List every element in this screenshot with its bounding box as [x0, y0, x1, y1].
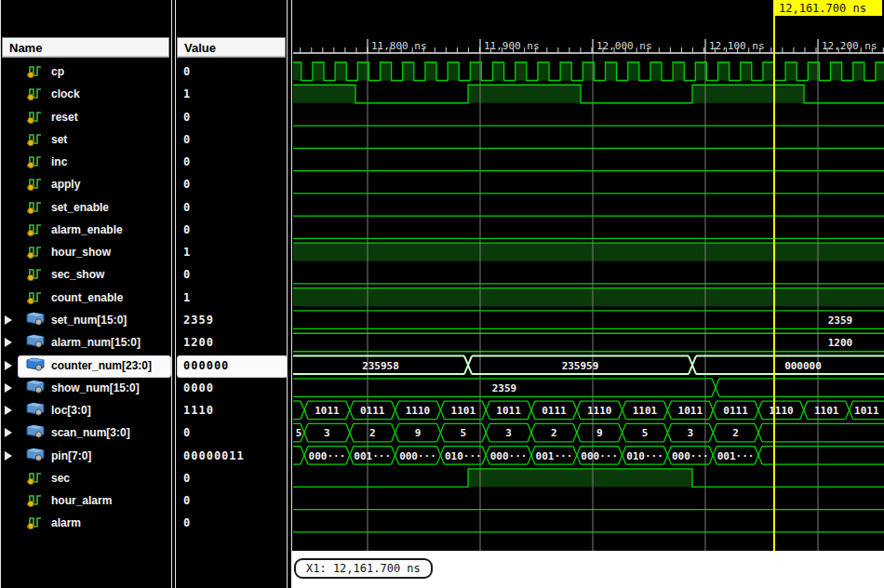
signal-row-set[interactable]: set	[0, 128, 171, 151]
signal-row-set_num-15-0-[interactable]: set_num[15:0]	[0, 309, 171, 331]
value-panel-splitter-right[interactable]	[291, 0, 292, 588]
value-panel-splitter-left[interactable]	[287, 0, 288, 588]
expand-arrow-icon[interactable]	[4, 450, 13, 461]
signal-value-count_enable: 1	[177, 287, 287, 309]
signal-row-count_enable[interactable]: count_enable	[0, 287, 171, 309]
wave-high-fill	[448, 62, 459, 81]
wave-high-fill	[468, 85, 581, 103]
signal-row-sec[interactable]: sec	[0, 467, 171, 489]
name-panel-splitter-right[interactable]	[175, 0, 176, 588]
signal-value: 0	[183, 178, 191, 191]
ruler-tick-label: 12,000 ns	[596, 40, 652, 52]
signal-row-hour_alarm[interactable]: hour_alarm	[0, 489, 171, 512]
scalar-signal-icon	[26, 154, 43, 169]
bus-value-label: 5	[296, 427, 302, 439]
expand-arrow-icon[interactable]	[4, 382, 13, 394]
scalar-signal-icon	[26, 131, 43, 147]
bus-value-label: 9	[596, 427, 603, 439]
bus-value-label: 1101	[633, 405, 658, 417]
signal-row-pin-7-0-[interactable]: pin[7:0]	[0, 445, 171, 467]
signal-name: clock	[51, 87, 80, 100]
signal-value-alarm: 0	[177, 512, 287, 534]
ruler-tick-label: 12,200 ns	[822, 40, 877, 52]
wave-high-fill	[785, 62, 797, 81]
expand-arrow-icon[interactable]	[4, 427, 13, 438]
expand-arrow-icon[interactable]	[4, 360, 13, 371]
wave-high-fill	[293, 62, 301, 81]
waveform-viewer-window: Name Value cp clock reset set inc apply …	[0, 0, 884, 588]
signal-value-cp: 0	[177, 60, 287, 83]
bus-value-label: 1011	[315, 405, 340, 417]
bus-value-label: 1200	[828, 337, 853, 349]
signal-value: 0	[183, 268, 191, 281]
signal-value: 0	[183, 426, 191, 439]
signal-name: alarm_enable	[51, 223, 123, 236]
signal-row-clock[interactable]: clock	[0, 83, 171, 105]
wave-high-fill	[293, 85, 355, 103]
bus-value-label: 000···	[399, 450, 436, 462]
name-panel-splitter-left[interactable]	[171, 0, 172, 588]
signal-row-reset[interactable]: reset	[0, 106, 171, 128]
expand-arrow-icon[interactable]	[4, 337, 13, 348]
wave-high-fill	[381, 62, 392, 81]
signal-row-set_enable[interactable]: set_enable	[0, 196, 171, 219]
wave-high-fill	[560, 62, 571, 81]
name-column-header[interactable]: Name	[2, 37, 169, 58]
expand-arrow-icon[interactable]	[4, 405, 13, 416]
scalar-signal-icon	[26, 86, 43, 101]
bus-value-label: 000···	[672, 450, 709, 462]
bus-value-label: 1110	[406, 405, 431, 417]
scalar-signal-icon	[26, 63, 43, 79]
bus-value-label: 9	[415, 427, 422, 439]
signal-value: 0	[183, 111, 191, 124]
signal-value-set_enable: 0	[177, 196, 287, 219]
signal-name: scan_num[3:0]	[51, 426, 130, 439]
signal-name: set_enable	[51, 201, 109, 214]
signal-row-apply[interactable]: apply	[0, 173, 171, 195]
signal-row-scan_num-3-0-[interactable]: scan_num[3:0]	[0, 421, 171, 444]
cursor-time-label: 12,161.700 ns	[779, 2, 866, 15]
signal-value-apply: 0	[177, 173, 287, 195]
signal-row-counter_num-23-0-[interactable]: counter_num[23:0]	[0, 354, 171, 377]
signal-row-alarm_num-15-0-[interactable]: alarm_num[15:0]	[0, 331, 171, 354]
signal-name: sec_show	[51, 268, 104, 281]
signal-value: 1110	[183, 404, 214, 417]
bus-value-label: 1011	[496, 405, 521, 417]
value-column-header[interactable]: Value	[177, 37, 286, 58]
signal-name: hour_alarm	[51, 494, 112, 507]
wave-high-fill	[763, 62, 774, 81]
waveform-panel[interactable]: 2359120023595823595900000023591011011111…	[293, 0, 884, 588]
wave-high-fill	[673, 62, 684, 81]
signal-row-cp[interactable]: cp	[0, 60, 171, 83]
scalar-signal-icon	[26, 109, 43, 125]
bus-value-label: 235959	[562, 360, 599, 372]
signal-value: 0	[183, 65, 191, 78]
signal-row-sec_show[interactable]: sec_show	[0, 263, 171, 286]
cursor: 12,161.700 ns	[773, 0, 882, 551]
status-bar: X1: 12,161.700 ns	[291, 551, 884, 588]
signal-row-show_num-15-0-[interactable]: show_num[15:0]	[0, 377, 171, 399]
wave-high-fill	[692, 85, 804, 103]
wave-high-fill	[876, 62, 884, 81]
wave-high-fill	[831, 62, 842, 81]
bus-value-label: 5	[460, 427, 466, 439]
expand-arrow-icon[interactable]	[4, 314, 13, 326]
signal-value-sec: 0	[177, 467, 287, 489]
bus-value-label: 3	[687, 427, 693, 439]
signal-row-alarm[interactable]: alarm	[0, 512, 171, 534]
signal-row-hour_show[interactable]: hour_show	[0, 241, 171, 263]
bus-value-label: 1101	[451, 405, 476, 417]
signal-value: 2359	[183, 314, 214, 327]
scalar-signal-icon	[26, 289, 43, 305]
bus-signal-icon	[26, 424, 45, 438]
signal-row-inc[interactable]: inc	[0, 151, 171, 173]
signal-name: sec	[51, 472, 70, 485]
signal-name: reset	[51, 111, 78, 124]
scalar-signal-icon	[26, 221, 43, 237]
signal-value-pin-7-0-: 00000011	[177, 445, 287, 467]
wave-high-fill	[628, 62, 639, 81]
signal-row-loc-3-0-[interactable]: loc[3:0]	[0, 399, 171, 421]
wave-high-fill	[425, 62, 436, 81]
scalar-signal-icon	[26, 470, 43, 486]
signal-row-alarm_enable[interactable]: alarm_enable	[0, 219, 171, 241]
